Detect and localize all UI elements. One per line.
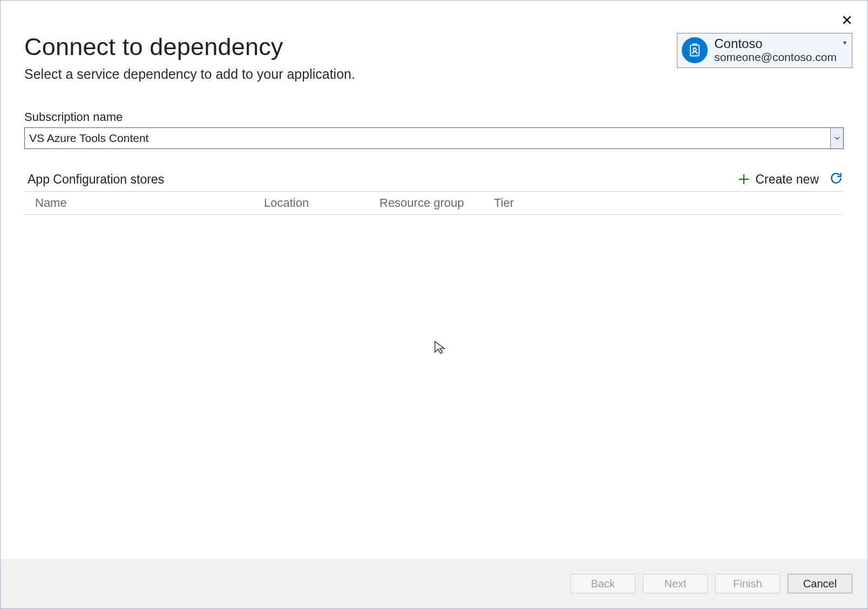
account-text: Contoso someone@contoso.com	[714, 37, 837, 64]
finish-button: Finish	[715, 574, 780, 593]
connect-dependency-dialog: Contoso someone@contoso.com ▾ Connect to…	[0, 0, 868, 609]
dialog-content: Subscription name App Configuration stor…	[1, 93, 867, 559]
account-email: someone@contoso.com	[714, 51, 837, 64]
plus-icon	[738, 173, 750, 185]
dialog-footer: Back Next Finish Cancel	[1, 559, 867, 608]
column-name[interactable]: Name	[35, 196, 264, 210]
subscription-label: Subscription name	[24, 110, 844, 124]
close-button[interactable]	[839, 13, 855, 29]
next-button: Next	[643, 574, 708, 593]
create-new-button[interactable]: Create new	[738, 172, 819, 187]
subscription-input[interactable]	[25, 128, 830, 148]
subscription-dropdown-button[interactable]	[830, 128, 843, 148]
column-tier[interactable]: Tier	[494, 196, 844, 210]
svg-point-1	[693, 48, 696, 51]
refresh-button[interactable]	[829, 172, 844, 187]
subscription-select[interactable]	[24, 127, 844, 149]
close-icon	[842, 15, 852, 27]
chevron-down-icon: ▾	[843, 39, 847, 46]
stores-columns: Name Location Resource group Tier	[24, 192, 844, 215]
back-button: Back	[571, 574, 635, 593]
cancel-button[interactable]: Cancel	[788, 574, 852, 593]
page-subtitle: Select a service dependency to add to yo…	[24, 66, 844, 82]
refresh-icon	[829, 171, 843, 187]
create-new-label: Create new	[755, 172, 819, 187]
stores-header: App Configuration stores Create new	[24, 172, 844, 192]
account-selector[interactable]: Contoso someone@contoso.com ▾	[677, 33, 852, 68]
chevron-down-icon	[835, 133, 840, 143]
column-location[interactable]: Location	[264, 196, 379, 210]
column-resource-group[interactable]: Resource group	[379, 196, 494, 210]
account-org: Contoso	[714, 37, 837, 51]
stores-title: App Configuration stores	[24, 172, 728, 187]
badge-icon	[682, 37, 708, 63]
svg-rect-0	[690, 45, 699, 56]
stores-section: App Configuration stores Create new Name…	[24, 172, 844, 215]
